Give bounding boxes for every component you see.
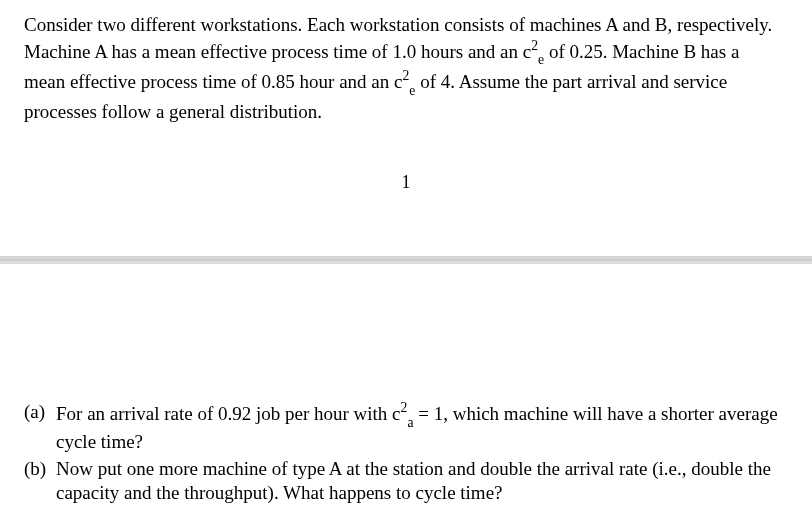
qa-sub: a: [407, 415, 413, 430]
qa-sup: 2: [401, 400, 408, 415]
question-b: (b) Now put one more machine of type A a…: [24, 457, 784, 506]
question-b-text: Now put one more machine of type A at th…: [56, 457, 784, 506]
page-divider: [0, 256, 812, 264]
sup-e1: 2: [531, 38, 538, 53]
qa-pre: For an arrival rate of 0.92 job per hour…: [56, 403, 401, 424]
problem-intro: Consider two different workstations. Eac…: [0, 0, 812, 124]
page-number: 1: [0, 172, 812, 193]
question-a-label: (a): [24, 400, 56, 455]
question-a: (a) For an arrival rate of 0.92 job per …: [24, 400, 784, 455]
sup-e2: 2: [402, 68, 409, 83]
sub-e1: e: [538, 52, 544, 67]
question-a-text: For an arrival rate of 0.92 job per hour…: [56, 400, 784, 455]
questions-section: (a) For an arrival rate of 0.92 job per …: [24, 400, 784, 508]
question-b-label: (b): [24, 457, 56, 506]
sub-e2: e: [409, 83, 415, 98]
